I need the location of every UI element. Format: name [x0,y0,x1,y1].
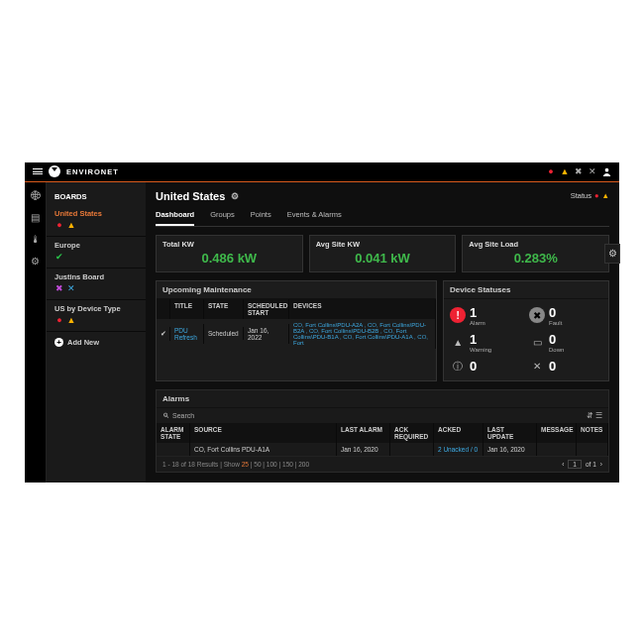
search-icon: 🔍︎ [162,412,169,419]
alarm-icon: ● [54,220,64,230]
table-tools[interactable]: ⇵ ☰ [587,411,602,420]
row-state: Scheduled [204,327,244,340]
cell-acked[interactable]: 2 Unacked / 0 [434,443,483,456]
pager: 1 - 18 of 18 Results | Show 25 | 50 | 10… [157,456,608,472]
panel-upcoming-maintenance: Upcoming Maintenance TITLE STATE SCHEDUL… [156,280,437,381]
col-scheduled[interactable]: SCHEDULED START [244,299,289,319]
sidebar-item-label: United States [54,209,138,218]
status-tools[interactable]: ✕ 0 [529,359,602,375]
alarm-icon[interactable]: ● [546,166,556,176]
sidebar-item-justins-board[interactable]: Justins Board ✖ ✕ [47,268,146,300]
clipboard-icon[interactable]: ▤ [30,212,42,224]
menu-icon[interactable] [33,167,43,176]
status-value: 0 [549,305,556,320]
tools-icon: ✕ [66,283,76,293]
user-icon[interactable] [601,166,611,176]
col-last-alarm[interactable]: LAST ALARM [337,423,390,443]
kpi-total-kw: Total KW 0.486 kW [156,235,303,272]
col-acked[interactable]: ACKED [434,423,483,443]
status-fault[interactable]: ✖ 0 Fault [529,305,602,326]
sidebar-item-us-by-device-type[interactable]: US by Device Type ● ▲ [47,300,146,332]
row-check[interactable]: ✔ [157,327,170,341]
page-size-150[interactable]: 150 [282,461,293,468]
alarm-icon: ● [594,191,599,200]
fault-icon[interactable]: ✖ [574,166,584,176]
pager-summary: 1 - 18 of 18 Results | Show [162,461,240,468]
col-last-update[interactable]: LAST UPDATE [483,423,537,443]
status-label: Warning [470,347,491,353]
panel-title: Device Statuses [444,281,608,299]
col-state[interactable]: STATE [204,299,244,319]
add-label: Add New [67,338,99,347]
svg-point-0 [605,168,609,172]
col-notes[interactable]: NOTES [577,423,608,443]
fault-icon: ✖ [529,307,545,323]
maintenance-table: TITLE STATE SCHEDULED START DEVICES ✔ PD… [157,299,436,349]
status-label: Down [549,347,564,353]
page-size-100[interactable]: 100 [267,461,277,468]
warning-icon[interactable]: ▲ [560,166,570,176]
col-ack-required[interactable]: ACK REQUIRED [390,423,434,443]
tab-points[interactable]: Points [251,206,271,226]
col-message[interactable]: MESSAGE [537,423,577,443]
sidebar-item-europe[interactable]: Europe ✔ [47,237,146,268]
sidebar-item-label: US by Device Type [54,304,138,313]
status-alarm[interactable]: ! 1 Alarm [450,305,523,326]
page-size-50[interactable]: 50 [254,461,261,468]
page-total: of 1 [586,461,596,468]
search-input[interactable]: 🔍︎ Search [162,412,194,419]
cell-ack-required [390,443,434,456]
x-icon: ✖ [54,283,64,293]
prev-page-icon[interactable]: ‹ [562,461,564,468]
kpi-value: 0.283% [469,251,602,266]
thermometer-icon[interactable]: 🌡︎ [30,234,42,246]
table-row[interactable]: ✔ PDU Refresh Scheduled Jan 16, 2022 CO,… [157,319,436,349]
page-size-25[interactable]: 25 [242,461,249,468]
topbar-status-icons: ● ▲ ✖ ✕ [546,166,611,176]
tabs: Dashboard Groups Points Events & Alarms [156,206,609,227]
kpi-label: Avg Site Load [469,240,602,249]
page-settings-icon[interactable]: ⚙ [231,191,239,201]
brand: ENVIRONET [33,165,119,177]
status-info[interactable]: ⓘ 0 [450,359,523,375]
main: United States ⚙ Status ● ▲ Dashboard Gro… [146,182,619,483]
tools-icon[interactable]: ✕ [588,166,597,176]
sidebar-item-united-states[interactable]: United States ● ▲ [47,205,146,237]
table-row[interactable]: CO, Fort Collins PDU-A1A Jan 16, 2020 2 … [157,443,608,456]
sidebar: BOARDS United States ● ▲ Europe ✔ Justin… [47,182,146,483]
page-current[interactable]: 1 [568,460,582,469]
col-source[interactable]: SOURCE [190,423,337,443]
col-title[interactable]: TITLE [170,299,204,319]
page-title: United States ⚙ [156,190,239,202]
gear-icon[interactable]: ⚙ [30,256,42,268]
col-alarm-state[interactable]: ALARM STATE [157,423,190,443]
cell-message [537,443,577,456]
row-devices[interactable]: CO, Fort Collins\PDU-A2A , CO, Fort Coll… [289,319,436,349]
layout-settings-button[interactable]: ⚙ [604,244,620,264]
cell-last-alarm: Jan 16, 2020 [337,443,390,456]
warning-icon: ▲ [450,334,466,350]
next-page-icon[interactable]: › [600,461,602,468]
plus-icon: + [54,338,63,347]
kpi-row: Total KW 0.486 kW Avg Site KW 0.041 kW A… [156,235,609,272]
tab-events-alarms[interactable]: Events & Alarms [287,206,342,226]
warning-icon: ▲ [66,315,76,325]
row-title[interactable]: PDU Refresh [170,324,204,344]
status-warning[interactable]: ▲ 1 Warning [450,332,523,353]
alarm-icon: ! [450,307,466,323]
info-icon: ⓘ [450,359,466,375]
status-badge: Status ● ▲ [571,191,609,200]
sidebar-item-label: Europe [54,241,138,250]
panel-alarms: Alarms 🔍︎ Search ⇵ ☰ ALARM STATE SOURCE … [156,389,609,473]
page-size-200[interactable]: 200 [298,461,309,468]
warning-icon: ▲ [66,220,76,230]
col-devices[interactable]: DEVICES [289,299,436,319]
check-icon: ✔ [54,252,64,262]
status-down[interactable]: ▭ 0 Down [529,332,602,353]
add-board-button[interactable]: + Add New [47,332,146,353]
status-value: 1 [470,332,477,347]
tab-groups[interactable]: Groups [210,206,235,226]
tools-icon: ✕ [529,359,545,375]
tab-dashboard[interactable]: Dashboard [156,206,194,226]
globe-icon[interactable]: 🌐︎ [30,190,42,202]
